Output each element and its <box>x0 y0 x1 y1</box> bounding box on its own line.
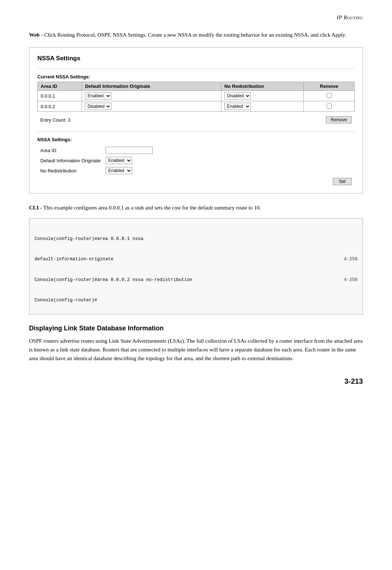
code-text-2: default-information-originate <box>34 256 114 263</box>
code-ref-1 <box>350 236 358 243</box>
code-box: Console(config-router)#area 0.0.0.1 nssa… <box>29 218 363 315</box>
remove-checkbox-cell[interactable] <box>304 91 355 101</box>
nssa-table: Area ID Default Information Originate No… <box>37 82 355 112</box>
page-header: IP Routing <box>29 15 363 21</box>
cli-bold: CLI - <box>29 205 42 211</box>
code-ref-4 <box>350 297 358 304</box>
col-header-def-info: Default Information Originate <box>82 82 221 91</box>
code-line-4: Console(config-router)# <box>34 297 358 304</box>
remove-checkbox-row1[interactable] <box>327 93 332 98</box>
intro-bold: Web - <box>29 32 43 38</box>
code-text-3: Console(config-router)#area 0.0.0.2 nssa… <box>34 277 192 284</box>
cli-rest: This example configures area 0.0.0.1 as … <box>42 205 261 211</box>
def-info-select-row2[interactable]: Enabled Disabled <box>85 103 111 110</box>
table-row: 0.0.0.1 Enabled Disabled Enabled Disable… <box>38 91 355 101</box>
no-redist-form-select-cell[interactable]: Enabled Disabled <box>103 166 156 176</box>
nssa-settings-form-label: NSSA Settings: <box>37 137 355 142</box>
remove-button[interactable]: Remove <box>326 116 352 123</box>
header-title: IP Routing <box>337 15 363 20</box>
col-header-remove: Remove <box>304 82 355 91</box>
def-info-cell[interactable]: Enabled Disabled <box>82 91 221 101</box>
no-redist-cell[interactable]: Enabled Disabled <box>221 101 304 112</box>
area-id-cell: 0.0.0.2 <box>38 101 82 112</box>
area-id-label: Area ID <box>37 145 103 155</box>
intro-rest: Click Routing Protocol, OSPF, NSSA Setti… <box>43 32 346 38</box>
entry-count: Entry Count: 3 <box>40 117 70 123</box>
set-button[interactable]: Set <box>333 178 352 185</box>
no-redist-cell[interactable]: Enabled Disabled <box>221 91 304 101</box>
area-id-input-cell[interactable] <box>103 145 156 155</box>
no-redist-form-select[interactable]: Enabled Disabled <box>106 167 132 174</box>
set-button-row: Set <box>37 178 355 185</box>
code-ref-3: 4-258 <box>336 277 358 284</box>
divider-top <box>37 69 355 69</box>
code-line-1: Console(config-router)#area 0.0.0.1 nssa <box>34 236 358 243</box>
def-info-cell[interactable]: Enabled Disabled <box>82 101 221 112</box>
code-line-2: default-information-originate 4-258 <box>34 256 358 263</box>
no-redist-form-label: No Redistribution <box>37 166 103 176</box>
def-info-form-select[interactable]: Enabled Disabled <box>106 157 132 164</box>
page-number: 3-213 <box>29 377 363 386</box>
nssa-settings-box: NSSA Settings Current NSSA Settings: Are… <box>29 47 363 194</box>
code-ref-2: 4-258 <box>336 256 358 263</box>
table-row: 0.0.0.2 Enabled Disabled Enabled Disable… <box>38 101 355 112</box>
nssa-box-title: NSSA Settings <box>37 55 355 62</box>
no-redist-select-row2[interactable]: Enabled Disabled <box>224 103 251 110</box>
divider-middle <box>37 131 355 132</box>
def-info-form-select-cell[interactable]: Enabled Disabled <box>103 155 156 166</box>
cli-paragraph: CLI - This example configures area 0.0.0… <box>29 204 363 212</box>
area-id-cell: 0.0.0.1 <box>38 91 82 101</box>
code-text-4: Console(config-router)# <box>34 297 97 304</box>
display-section-heading: Displaying Link State Database Informati… <box>29 325 363 332</box>
settings-form: Area ID Default Information Originate En… <box>37 145 156 176</box>
display-section-body: OSPF routers advertise routes using Link… <box>29 337 363 363</box>
col-header-area-id: Area ID <box>38 82 82 91</box>
intro-paragraph: Web - Click Routing Protocol, OSPF, NSSA… <box>29 31 363 39</box>
remove-checkbox-row2[interactable] <box>327 103 332 109</box>
def-info-form-label: Default Information Originate <box>37 155 103 166</box>
entry-count-row: Entry Count: 3 Remove <box>37 115 355 125</box>
code-line-3: Console(config-router)#area 0.0.0.2 nssa… <box>34 277 358 284</box>
no-redist-select-row1[interactable]: Enabled Disabled <box>224 92 251 99</box>
nssa-settings-section: NSSA Settings: Area ID Default Informati… <box>37 137 355 185</box>
col-header-no-redist: No Redistribution <box>221 82 304 91</box>
remove-checkbox-cell[interactable] <box>304 101 355 112</box>
code-text-1: Console(config-router)#area 0.0.0.1 nssa <box>34 236 143 243</box>
form-row-def-info: Default Information Originate Enabled Di… <box>37 155 156 166</box>
form-row-no-redist: No Redistribution Enabled Disabled <box>37 166 156 176</box>
current-settings-label: Current NSSA Settings: <box>37 74 355 80</box>
def-info-select-row1[interactable]: Enabled Disabled <box>85 92 111 99</box>
form-row-area-id: Area ID <box>37 145 156 155</box>
area-id-input[interactable] <box>106 147 153 154</box>
